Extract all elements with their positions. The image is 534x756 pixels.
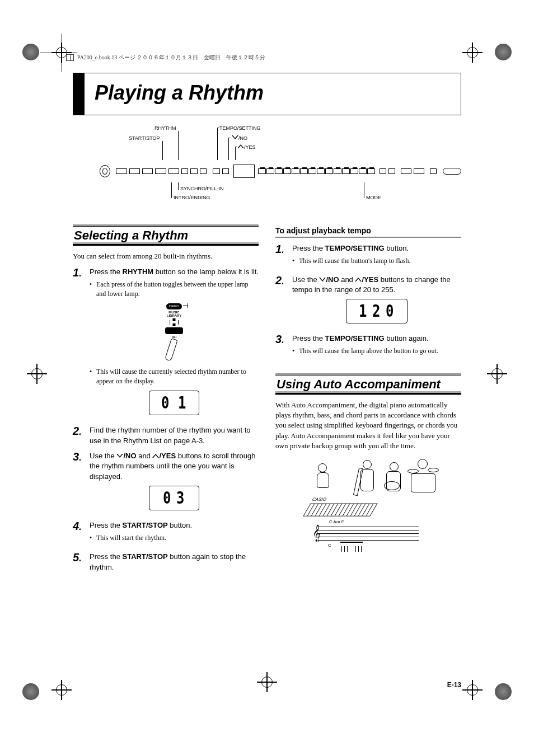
section-auto-accompaniment: Using Auto Accompaniment (275, 375, 461, 395)
panel-button (116, 168, 127, 174)
step-text: button. (168, 521, 192, 529)
panel-button (155, 168, 166, 174)
step-text: Press the (90, 521, 123, 529)
button-ref-no: /NO (123, 452, 136, 460)
step-1: 1 Press the RHYTHM button so the lamp be… (73, 267, 259, 421)
panel-button (414, 168, 424, 174)
lamp-box (166, 318, 182, 326)
step-number: 4 (73, 520, 85, 547)
tempo-step-2: 2 Use the /NO and /YES buttons to change… (275, 275, 461, 330)
chevron-down-icon (319, 278, 326, 282)
section-selecting-rhythm: Selecting a Rhythm (73, 226, 259, 246)
header-meta: PA200_e.book 13 ページ ２００６年１０月１３日 金曜日 午後１２… (66, 54, 495, 62)
button-ref-no: /NO (326, 275, 339, 284)
button-ref-startstop: START/STOP (123, 521, 168, 529)
tone-buttons (258, 168, 375, 174)
panel-button (168, 168, 179, 174)
panel-button (401, 168, 411, 174)
page-title-bar: Playing a Rhythm (73, 73, 461, 115)
display-01: 01 (149, 391, 199, 415)
bullet: Each press of the button toggles between… (90, 280, 259, 299)
panel-diagram: RHYTHM TEMPO/SETTING START/STOP /NO /YES (95, 125, 461, 209)
panel-button (129, 168, 140, 174)
chevron-down-icon (116, 454, 123, 458)
rhythm-button-figure: DEMO MUSICLIBRARY RH (90, 303, 259, 362)
step-number: 1 (73, 267, 85, 421)
panel-button (388, 168, 395, 174)
panel-button (181, 168, 188, 174)
illus-keyboard (303, 503, 377, 516)
illus-brand: CASIO (312, 497, 326, 502)
music-library-label: MUSICLIBRARY (90, 311, 259, 317)
page-number: E-13 (447, 681, 461, 689)
step-number: 3 (73, 451, 85, 516)
illus-staff: C Am F 𝄞 C (318, 524, 419, 546)
step-number: 1 (275, 243, 288, 270)
step-text: and (339, 275, 355, 284)
tab-c: C (328, 543, 331, 548)
title-block (73, 73, 85, 115)
chevron-up-icon (237, 144, 244, 149)
step-number: 3 (275, 334, 288, 360)
step-text: button again. (385, 334, 429, 342)
step-text: Use the (90, 452, 116, 460)
label-tempo: TEMPO/SETTING (219, 125, 261, 131)
step-4: 4 Press the START/STOP button. This will… (73, 520, 259, 547)
bullet: This will cause the lamp above the butto… (292, 346, 461, 356)
step-number: 2 (73, 425, 85, 447)
chevron-down-icon (232, 135, 238, 140)
step-text: Use the (292, 275, 319, 284)
auto-body: With Auto Accompaniment, the digital pia… (275, 400, 461, 451)
label-yes: /YES (244, 144, 256, 150)
panel-button (222, 168, 229, 174)
step-number: 2 (275, 275, 288, 330)
intro-text: You can select from among 20 built-in rh… (73, 251, 259, 261)
label-startstop: START/STOP (129, 135, 160, 141)
chevron-up-icon (355, 278, 362, 282)
display-03: 03 (149, 486, 199, 510)
tempo-step-3: 3 Press the TEMPO/SETTING button again. … (275, 334, 461, 360)
step-5: 5 Press the START/STOP button again to s… (73, 552, 259, 573)
label-intro: INTRO/ENDING (174, 195, 210, 200)
button-ref-yes: /YES (159, 452, 176, 460)
book-icon (66, 54, 74, 61)
label-mode: MODE (366, 195, 381, 200)
step-text: Press the (292, 244, 325, 252)
step-text: button. (385, 244, 409, 252)
subhead-tempo: To adjust playback tempo (275, 226, 461, 238)
step-text: Press the (292, 334, 325, 342)
panel-lcd (233, 165, 255, 178)
label-rhythm: RHYTHM (154, 125, 176, 131)
bullet: This will start the rhythm. (90, 533, 259, 543)
header-meta-text: PA200_e.book 13 ページ ２００６年１０月１３日 金曜日 午後１２… (77, 54, 265, 62)
panel-button (380, 168, 386, 174)
right-column: To adjust playback tempo 1 Press the TEM… (275, 226, 461, 577)
bullet: This will cause the button's lamp to fla… (292, 256, 461, 266)
page-title: Playing a Rhythm (85, 73, 274, 115)
step-2: 2 Find the rhythm number of the rhythm y… (73, 425, 259, 447)
button-ref-yes: /YES (362, 275, 378, 284)
button-ref-tempo: TEMPO/SETTING (325, 334, 385, 342)
step-text: Press the (90, 552, 123, 561)
figure-button (165, 327, 183, 334)
button-ref-rhythm: RHYTHM (123, 267, 154, 276)
panel-button (443, 168, 461, 175)
bullet: This will cause the currently selected r… (90, 367, 259, 386)
chord-labels: C Am F (329, 519, 344, 524)
panel-button (190, 168, 197, 174)
label-no: /NO (238, 135, 247, 141)
chevron-up-icon (152, 454, 159, 458)
display-120: 120 (346, 299, 407, 323)
step-text: Press the (90, 267, 123, 276)
panel-button (200, 168, 207, 174)
step-text: and (137, 452, 153, 460)
left-column: Selecting a Rhythm You can select from a… (73, 226, 259, 577)
step-3: 3 Use the /NO and /YES buttons to scroll… (73, 451, 259, 516)
step-number: 5 (73, 552, 85, 573)
label-synchro: SYNCHRO/FILL-IN (180, 186, 224, 191)
step-text: Find the rhythm number of the rhythm you… (90, 425, 259, 447)
band-illustration: CASIO C Am F 𝄞 C (296, 457, 441, 557)
panel-button (213, 168, 219, 174)
volume-knob (100, 165, 110, 177)
step-text: button so the lamp below it is lit. (153, 267, 259, 276)
